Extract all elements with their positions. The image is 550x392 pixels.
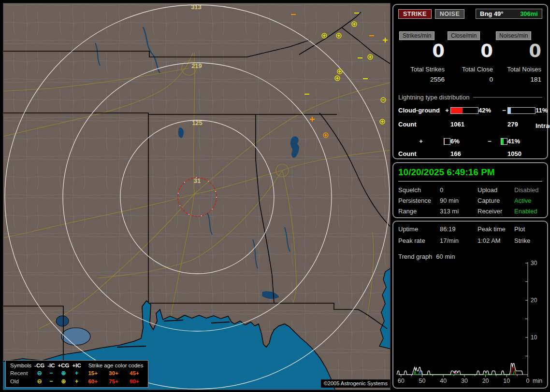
- ic-negative-bar: [501, 138, 507, 145]
- legend-row-label: Recent: [9, 369, 33, 377]
- noises-per-min-chip: Noises/min: [496, 31, 531, 40]
- svg-text:30: 30: [461, 378, 468, 384]
- cg-negative-pct: 11%: [536, 107, 550, 114]
- peak-rate-value: 17/min: [440, 237, 478, 244]
- legend-symbols-label: Symbols: [9, 362, 33, 369]
- strikes-per-min-chip: Strikes/min: [399, 31, 434, 40]
- svg-text:30: 30: [531, 260, 537, 266]
- strike-age-code: 30+: [103, 369, 124, 377]
- cg-positive-count: 1061: [450, 121, 478, 128]
- copyright: ©2005 Astrogenic Systems: [321, 379, 390, 388]
- svg-text:10: 10: [503, 378, 510, 384]
- cg-negative-count: 279: [507, 121, 536, 128]
- total-strikes-value: 2556: [399, 76, 445, 83]
- legend-symbol-cg-neg-icon: ⊖: [33, 369, 46, 377]
- trend-panel: Uptime 86:19 Peak time Plot Peak rate 17…: [392, 221, 548, 389]
- legend-symbol-ic-pos-icon: +: [71, 377, 83, 385]
- strike-age-code: 90+: [124, 377, 145, 385]
- legend-symbol-cg-neg-icon: ⊖: [33, 377, 46, 385]
- persistence-label: Persistence: [398, 197, 440, 204]
- strike-age-code: 45+: [124, 369, 145, 377]
- ic-negative-pct: 41%: [507, 138, 536, 145]
- intracloud-label: Intracloud: [536, 122, 550, 129]
- capture-status: Active: [514, 197, 542, 204]
- upload-label: Upload: [478, 186, 514, 194]
- ic-positive-pct: 6%: [450, 138, 478, 145]
- persistence-value: 90 min: [440, 197, 478, 204]
- upload-status: Disabled: [514, 186, 542, 194]
- close-counter-column: Close/min 0 Total Close 0: [448, 31, 493, 83]
- total-noises-value: 181: [496, 76, 541, 83]
- uptime-label: Uptime: [398, 225, 440, 233]
- ic-positive-count: 166: [450, 150, 478, 157]
- cg-positive-bar: [450, 107, 478, 114]
- squelch-value: 0: [440, 186, 478, 194]
- plot-mode-value: Strike: [514, 237, 542, 244]
- svg-text:31: 31: [194, 177, 201, 184]
- svg-text:10: 10: [531, 334, 537, 341]
- peak-rate-label: Peak rate: [398, 237, 440, 244]
- svg-text:40: 40: [440, 378, 447, 384]
- datetime-display: 10/20/2025 6:49:16 PM: [398, 167, 542, 178]
- legend-symbol-cg-pos-icon: ⊕: [57, 369, 71, 377]
- total-noises-label: Total Noises: [496, 66, 541, 73]
- map-canvas: 31321912531: [3, 3, 390, 390]
- capture-label: Capture: [478, 197, 514, 204]
- svg-text:125: 125: [192, 119, 203, 126]
- legend-row-label: Old: [9, 377, 33, 385]
- total-close-value: 0: [448, 76, 493, 83]
- strike-stats-panel: STRIKE NOISE Bng 49° 306mi Strikes/min 0…: [392, 4, 548, 159]
- peak-time-label: Peak time: [478, 225, 514, 233]
- bearing-range-display[interactable]: Bng 49° 306mi: [476, 9, 542, 19]
- strike-age-code: 75+: [103, 377, 124, 385]
- strike-toggle-button[interactable]: STRIKE: [398, 9, 432, 19]
- svg-text:60: 60: [398, 378, 405, 384]
- close-per-min-chip: Close/min: [448, 31, 480, 40]
- map-legend: Symbols -CG -IC +CG +IC Strike age color…: [5, 360, 148, 388]
- svg-text:313: 313: [191, 3, 202, 11]
- total-close-label: Total Close: [448, 66, 493, 73]
- noise-toggle-button[interactable]: NOISE: [435, 9, 464, 19]
- legend-symbol-cg-pos-icon: ⊕: [57, 377, 71, 385]
- svg-text:min: min: [533, 378, 542, 384]
- legend-symbol-ic-neg-icon: −: [46, 369, 56, 377]
- receiver-label: Receiver: [478, 208, 514, 215]
- cg-negative-bar: [507, 107, 536, 114]
- divider-line: [473, 97, 542, 98]
- svg-text:219: 219: [191, 62, 202, 70]
- cg-count-label: Count: [398, 121, 444, 128]
- total-strikes-label: Total Strikes: [399, 66, 445, 73]
- svg-text:50: 50: [419, 378, 426, 384]
- noises-counter-column: Noises/min 0 Total Noises 181: [496, 31, 541, 83]
- range-value: 306mi: [520, 10, 538, 17]
- legend-symbol-ic-neg-icon: −: [46, 377, 56, 385]
- cloud-ground-label: Cloud-ground: [398, 107, 444, 114]
- plot-label: Plot: [514, 225, 542, 233]
- peak-time-value: 1:02 AM: [478, 237, 514, 244]
- strike-age-code: 60+: [83, 377, 103, 385]
- legend-age-title: Strike age color codes: [83, 362, 145, 369]
- svg-text:20: 20: [531, 297, 537, 304]
- radar-map[interactable]: 31321912531 Symbols -CG -IC +CG +IC Stri…: [3, 3, 391, 390]
- uptime-value: 86:19: [440, 225, 478, 233]
- strike-age-code: 15+: [83, 369, 103, 377]
- distribution-table: Cloud-ground + 42% − 11% Count 1061 279 …: [398, 107, 542, 157]
- cg-positive-pct: 42%: [478, 107, 501, 114]
- bearing-value: Bng 49°: [480, 10, 504, 17]
- close-per-min-value: 0: [448, 41, 493, 61]
- strikes-counter-column: Strikes/min 0 Total Strikes 2556: [399, 31, 445, 83]
- ic-negative-count: 1050: [507, 150, 536, 157]
- range-label: Range: [398, 208, 440, 215]
- ic-count-label: Count: [398, 150, 444, 157]
- status-panel: 10/20/2025 6:49:16 PM Squelch 0 Upload D…: [392, 162, 548, 218]
- receiver-status: Enabled: [514, 208, 542, 215]
- distribution-title: Lightning type distribution: [398, 94, 469, 101]
- svg-text:20: 20: [482, 378, 489, 384]
- legend-symbol-ic-pos-icon: +: [71, 369, 83, 377]
- ic-positive-bar: [444, 138, 450, 145]
- strikes-per-min-value: 0: [399, 41, 445, 61]
- svg-text:0: 0: [526, 378, 530, 384]
- noises-per-min-value: 0: [496, 41, 541, 61]
- divider-line: [398, 181, 542, 182]
- squelch-label: Squelch: [398, 186, 440, 194]
